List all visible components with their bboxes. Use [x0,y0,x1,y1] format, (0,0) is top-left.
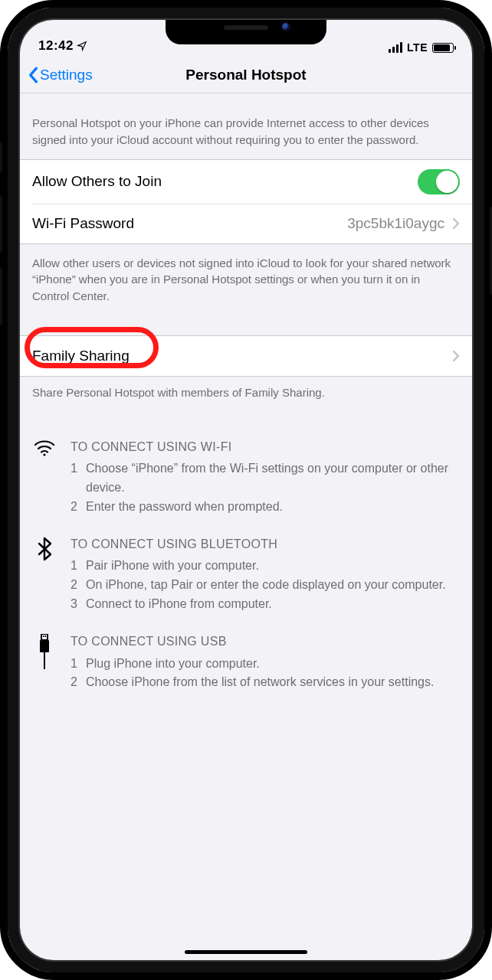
svg-rect-5 [44,652,45,669]
instruction-bluetooth: TO CONNECT USING BLUETOOTH 1Pair iPhone … [32,535,460,614]
home-indicator[interactable] [185,950,307,954]
svg-point-0 [43,453,45,456]
instruction-step: 3Connect to iPhone from computer. [71,595,460,614]
instruction-wifi: TO CONNECT USING WI-FI 1Choose “iPhone” … [32,438,460,517]
family-sharing-footer: Share Personal Hotspot with members of F… [18,377,474,412]
instruction-step: 2Choose iPhone from the list of network … [71,673,460,692]
notch [166,18,326,44]
instruction-step: 1Choose “iPhone” from the Wi-Fi settings… [71,459,460,498]
status-right-group: LTE [389,41,454,54]
side-button-mute [0,142,2,172]
instruction-step: 1Plug iPhone into your computer. [71,655,460,674]
side-button-vol-up [0,195,2,253]
svg-rect-2 [43,635,44,637]
svg-rect-3 [45,635,47,637]
chevron-right-icon [452,350,460,362]
allow-others-toggle[interactable] [418,169,460,194]
status-time-group: 12:42 [38,38,87,54]
row-label: Family Sharing [32,348,130,364]
bluetooth-icon [32,535,57,614]
allow-others-footer: Allow other users or devices not signed … [18,244,474,315]
instruction-usb: TO CONNECT USING USB 1Plug iPhone into y… [32,632,460,692]
section-intro-text: Personal Hotspot on your iPhone can prov… [18,93,474,159]
wifi-password-value: 3pc5bk1i0aygc [347,215,444,232]
svg-rect-4 [40,640,49,652]
cellular-signal-icon [389,42,402,53]
instruction-title: TO CONNECT USING BLUETOOTH [71,535,460,554]
battery-icon [432,43,454,53]
nav-bar: Settings Personal Hotspot [18,57,474,93]
instruction-step: 2On iPhone, tap Pair or enter the code d… [71,576,460,595]
back-button[interactable]: Settings [28,67,93,83]
group-hotspot-main: Allow Others to Join Wi-Fi Password 3pc5… [18,159,474,244]
chevron-left-icon [28,67,38,83]
instruction-title: TO CONNECT USING WI-FI [71,438,460,457]
row-label: Allow Others to Join [32,173,162,190]
side-button-vol-down [0,268,2,325]
instruction-title: TO CONNECT USING USB [71,632,460,652]
wifi-icon [32,438,57,517]
row-label: Wi-Fi Password [32,215,134,232]
instruction-step: 1Pair iPhone with your computer. [71,557,460,576]
group-family-sharing: Family Sharing [18,335,474,377]
row-family-sharing[interactable]: Family Sharing [18,336,474,376]
usb-icon [32,632,57,692]
location-arrow-icon [77,41,87,51]
row-wifi-password[interactable]: Wi-Fi Password 3pc5bk1i0aygc [32,204,474,243]
screen: 12:42 LTE Settings Personal Hotspot Pers… [18,18,474,962]
speaker [224,25,268,30]
status-time: 12:42 [38,38,74,54]
row-allow-others[interactable]: Allow Others to Join [18,160,474,204]
chevron-right-icon [452,217,460,230]
front-camera [282,23,290,31]
page-title: Personal Hotspot [185,67,306,83]
carrier-network-label: LTE [407,41,428,54]
instruction-step: 2Enter the password when prompted. [71,498,460,517]
svg-rect-1 [41,634,48,640]
back-label: Settings [40,67,93,83]
instructions-section: TO CONNECT USING WI-FI 1Choose “iPhone” … [18,412,474,724]
